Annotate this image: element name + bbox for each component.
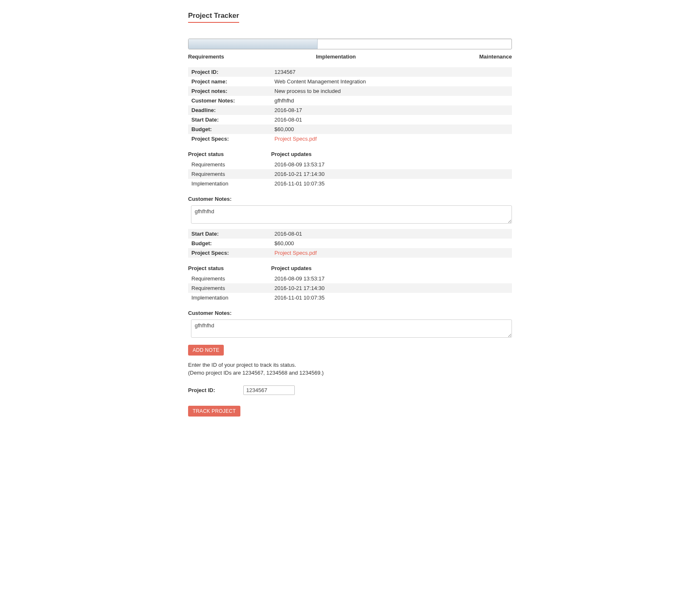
page-title: Project Tracker: [188, 12, 239, 23]
updates-headers-2: Project status Project updates: [188, 258, 512, 274]
detail-value: Web Content Management Integration: [271, 77, 512, 86]
table-row: Budget:$60,000: [188, 239, 512, 248]
updates-headers: Project status Project updates: [188, 144, 512, 160]
detail-value: 2016-08-01: [271, 229, 512, 239]
detail-value: 2016-08-17: [271, 105, 512, 115]
update-status: Requirements: [188, 274, 271, 283]
update-timestamp: 2016-11-01 10:07:35: [271, 293, 512, 302]
project-tracker-page: Project Tracker Requirements Implementat…: [188, 12, 512, 417]
project-updates-table: Requirements2016-08-09 13:53:17Requireme…: [188, 160, 512, 188]
project-id-label: Project ID:: [188, 387, 215, 393]
table-row: Project Specs:Project Specs.pdf: [188, 134, 512, 144]
detail-label: Project Specs:: [188, 134, 271, 144]
detail-value: Project Specs.pdf: [271, 248, 512, 258]
table-row: Budget:$60,000: [188, 124, 512, 134]
detail-label: Project name:: [188, 77, 271, 86]
table-row: Project notes:New process to be included: [188, 86, 512, 96]
detail-label: Deadline:: [188, 105, 271, 115]
update-timestamp: 2016-08-09 13:53:17: [271, 274, 512, 283]
customer-notes-label-1: Customer Notes:: [188, 188, 512, 205]
progress-bar: [188, 39, 512, 49]
progress-label-maintenance: Maintenance: [404, 54, 512, 60]
detail-value: 1234567: [271, 67, 512, 77]
project-updates-table-2: Requirements2016-08-09 13:53:17Requireme…: [188, 274, 512, 302]
update-status: Requirements: [188, 169, 271, 179]
update-status: Implementation: [188, 293, 271, 302]
detail-value: gfhfhfhd: [271, 96, 512, 105]
table-row: Start Date:2016-08-01: [188, 115, 512, 124]
add-note-button[interactable]: ADD NOTE: [188, 345, 224, 356]
project-details-table: Project ID:1234567Project name:Web Conte…: [188, 67, 512, 144]
detail-value: Project Specs.pdf: [271, 134, 512, 144]
detail-value: $60,000: [271, 239, 512, 248]
table-row: Implementation2016-11-01 10:07:35: [188, 179, 512, 188]
project-details-table-b: Start Date:2016-08-01Budget:$60,000Proje…: [188, 229, 512, 258]
table-row: Project name:Web Content Management Inte…: [188, 77, 512, 86]
instructions: Enter the ID of your project to track it…: [188, 361, 512, 377]
table-row: Project Specs:Project Specs.pdf: [188, 248, 512, 258]
table-row: Start Date:2016-08-01: [188, 229, 512, 239]
table-row: Project ID:1234567: [188, 67, 512, 77]
progress-label-implementation: Implementation: [268, 54, 404, 60]
update-status: Implementation: [188, 179, 271, 188]
table-row: Requirements2016-08-09 13:53:17: [188, 274, 512, 283]
detail-label: Customer Notes:: [188, 96, 271, 105]
instructions-line-2: (Demo project IDs are 1234567, 1234568 a…: [188, 369, 512, 377]
table-row: Requirements2016-08-09 13:53:17: [188, 160, 512, 169]
progress-fill: [188, 39, 318, 49]
update-timestamp: 2016-11-01 10:07:35: [271, 179, 512, 188]
project-status-header: Project status: [188, 151, 271, 157]
project-updates-header: Project updates: [271, 151, 512, 157]
project-id-input[interactable]: [243, 385, 295, 395]
table-row: Requirements2016-10-21 17:14:30: [188, 169, 512, 179]
track-project-button[interactable]: TRACK PROJECT: [188, 406, 240, 417]
table-row: Requirements2016-10-21 17:14:30: [188, 283, 512, 293]
detail-label: Budget:: [188, 239, 271, 248]
table-row: Deadline:2016-08-17: [188, 105, 512, 115]
detail-label: Project Specs:: [188, 248, 271, 258]
project-status-header-2: Project status: [188, 265, 271, 271]
detail-label: Project ID:: [188, 67, 271, 77]
instructions-line-1: Enter the ID of your project to track it…: [188, 361, 512, 369]
customer-notes-textarea-1[interactable]: [191, 205, 512, 224]
progress-labels: Requirements Implementation Maintenance: [188, 54, 512, 60]
table-row: Customer Notes:gfhfhfhd: [188, 96, 512, 105]
detail-label: Start Date:: [188, 229, 271, 239]
detail-value: 2016-08-01: [271, 115, 512, 124]
detail-label: Start Date:: [188, 115, 271, 124]
update-timestamp: 2016-10-21 17:14:30: [271, 283, 512, 293]
detail-label: Project notes:: [188, 86, 271, 96]
detail-value: $60,000: [271, 124, 512, 134]
table-row: Implementation2016-11-01 10:07:35: [188, 293, 512, 302]
update-status: Requirements: [188, 160, 271, 169]
project-updates-header-2: Project updates: [271, 265, 512, 271]
update-timestamp: 2016-08-09 13:53:17: [271, 160, 512, 169]
project-id-row: Project ID:: [188, 385, 512, 395]
customer-notes-textarea-2[interactable]: [191, 319, 512, 338]
detail-value: New process to be included: [271, 86, 512, 96]
update-status: Requirements: [188, 283, 271, 293]
update-timestamp: 2016-10-21 17:14:30: [271, 169, 512, 179]
project-specs-link[interactable]: Project Specs.pdf: [274, 136, 317, 142]
project-specs-link[interactable]: Project Specs.pdf: [274, 250, 317, 256]
customer-notes-label-2: Customer Notes:: [188, 302, 512, 319]
detail-label: Budget:: [188, 124, 271, 134]
